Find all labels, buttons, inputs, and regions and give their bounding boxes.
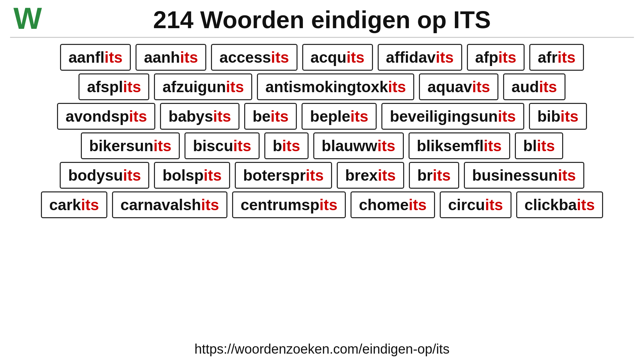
word-prefix: afzuigun — [162, 78, 226, 96]
word-suffix: its — [537, 137, 555, 155]
word-box: afsplits — [78, 73, 149, 100]
word-prefix: aanfl — [68, 48, 104, 66]
word-suffix: its — [271, 48, 289, 66]
word-suffix: its — [539, 78, 557, 96]
word-prefix: be — [253, 107, 271, 125]
word-box: aquavits — [419, 73, 498, 100]
word-prefix: cark — [49, 196, 81, 214]
word-box: chomeits — [351, 191, 435, 218]
word-box: acquits — [302, 44, 373, 71]
word-prefix: chome — [359, 196, 409, 214]
word-suffix: its — [153, 137, 171, 155]
word-prefix: b — [273, 137, 282, 155]
word-box: bodysuits — [60, 162, 149, 189]
word-prefix: afp — [475, 48, 498, 66]
word-suffix: its — [201, 196, 219, 214]
word-box: carkits — [41, 191, 107, 218]
word-suffix: its — [577, 196, 595, 214]
word-suffix: its — [378, 166, 396, 184]
word-box: bliksemflits — [409, 132, 510, 159]
word-box: bibits — [529, 103, 587, 130]
word-suffix: its — [558, 166, 576, 184]
word-box: beits — [244, 103, 297, 130]
word-prefix: centrumsp — [240, 196, 319, 214]
word-prefix: biscu — [193, 137, 233, 155]
word-suffix: its — [484, 137, 502, 155]
word-prefix: bodysu — [68, 166, 123, 184]
word-prefix: circu — [448, 196, 485, 214]
word-box: bikersunits — [81, 132, 180, 159]
words-container: aanflitsaanhitsaccessitsacquitsaffidavit… — [0, 38, 644, 338]
page-title: 214 Woorden eindigen op ITS — [153, 6, 491, 34]
word-prefix: beple — [310, 107, 350, 125]
word-box: affidavits — [378, 44, 462, 71]
word-suffix: its — [282, 137, 300, 155]
word-suffix: its — [472, 78, 490, 96]
word-box: antismokingtoxkits — [257, 73, 414, 100]
word-suffix: its — [213, 107, 231, 125]
word-box: brits — [409, 162, 459, 189]
word-box: circuits — [440, 191, 512, 218]
word-suffix: its — [123, 78, 141, 96]
word-suffix: its — [129, 107, 147, 125]
word-suffix: its — [226, 78, 244, 96]
word-prefix: bliksemfl — [417, 137, 484, 155]
word-box: carnavalshits — [112, 191, 227, 218]
word-box: brexits — [337, 162, 404, 189]
word-prefix: acqu — [311, 48, 346, 66]
word-suffix: its — [180, 48, 198, 66]
word-box: aanflits — [60, 44, 131, 71]
word-box: clickbaits — [516, 191, 603, 218]
word-row-4: bodysuitsbolspitsboterspritsbrexitsbrits… — [10, 162, 634, 189]
word-prefix: boterspr — [243, 166, 306, 184]
word-prefix: beveiligingsun — [390, 107, 498, 125]
word-prefix: blauww — [322, 137, 377, 155]
word-prefix: avondsp — [65, 107, 129, 125]
word-row-0: aanflitsaanhitsaccessitsacquitsaffidavit… — [10, 44, 634, 71]
word-box: bits — [264, 132, 309, 159]
footer-url: https://woordenzoeken.com/eindigen-op/it… — [0, 338, 644, 362]
word-box: blits — [515, 132, 564, 159]
word-prefix: aud — [512, 78, 539, 96]
word-suffix: its — [81, 196, 99, 214]
word-suffix: its — [319, 196, 337, 214]
word-prefix: aquav — [427, 78, 472, 96]
word-box: bepleits — [302, 103, 377, 130]
word-row-3: bikersunitsbiscuitsbitsblauwwitsbliksemf… — [10, 132, 634, 159]
word-suffix: its — [377, 137, 395, 155]
word-suffix: its — [485, 196, 503, 214]
word-prefix: br — [417, 166, 433, 184]
word-suffix: its — [346, 48, 365, 66]
word-prefix: affidav — [386, 48, 436, 66]
logo: W — [13, 3, 42, 34]
word-prefix: bolsp — [162, 166, 204, 184]
word-box: afrits — [529, 44, 584, 71]
word-box: beveiligingsunits — [381, 103, 524, 130]
word-box: botersprits — [235, 162, 332, 189]
word-box: afpits — [467, 44, 525, 71]
word-prefix: access — [219, 48, 271, 66]
word-row-5: carkitscarnavalshitscentrumspitschomeits… — [10, 191, 634, 218]
word-box: aanhits — [136, 44, 206, 71]
word-box: babysits — [160, 103, 239, 130]
word-box: bolspits — [154, 162, 230, 189]
word-prefix: afr — [538, 48, 557, 66]
word-prefix: bikersun — [89, 137, 154, 155]
word-suffix: its — [271, 107, 289, 125]
word-suffix: its — [105, 48, 123, 66]
word-row-1: afsplitsafzuigunitsantismokingtoxkitsaqu… — [10, 73, 634, 100]
word-prefix: businessun — [472, 166, 558, 184]
word-prefix: brex — [345, 166, 378, 184]
word-box: blauwwits — [313, 132, 404, 159]
word-box: centrumspits — [232, 191, 346, 218]
word-prefix: antismokingtoxk — [265, 78, 388, 96]
word-suffix: its — [557, 48, 576, 66]
word-prefix: carnavalsh — [120, 196, 201, 214]
word-suffix: its — [433, 166, 451, 184]
word-suffix: its — [388, 78, 406, 96]
word-suffix: its — [436, 48, 454, 66]
word-prefix: babys — [168, 107, 213, 125]
word-suffix: its — [560, 107, 579, 125]
header: W 214 Woorden eindigen op ITS — [0, 0, 644, 37]
word-prefix: afspl — [87, 78, 123, 96]
